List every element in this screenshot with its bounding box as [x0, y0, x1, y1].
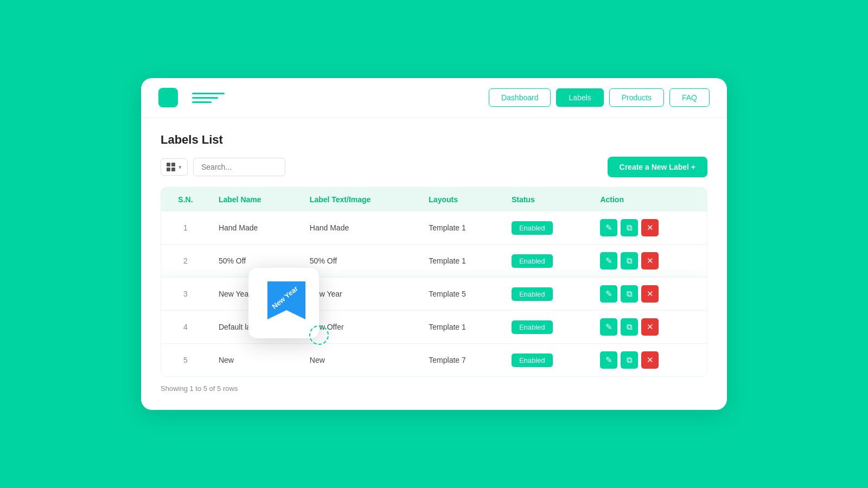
label-preview-card: New Year	[248, 268, 319, 338]
showing-text: Showing 1 to 5 of 5 rows	[161, 384, 707, 393]
cell-status: Enabled	[503, 344, 592, 377]
nav-labels[interactable]: Labels	[556, 88, 603, 107]
status-badge: Enabled	[512, 354, 553, 367]
chevron-down-icon: ▾	[178, 164, 182, 171]
cell-label-name: New	[210, 344, 301, 377]
cell-action: ✎ ⧉ ✕	[591, 245, 707, 278]
page-title: Labels List	[161, 133, 707, 147]
col-label-text: Label Text/Image	[301, 188, 420, 211]
copy-button[interactable]: ⧉	[621, 351, 638, 369]
action-buttons: ✎ ⧉ ✕	[600, 219, 698, 236]
table-row: 3 New Year New Year Template 5 Enabled ✎…	[161, 278, 707, 311]
table-row: 2 50% Off 50% Off Template 1 Enabled ✎ ⧉…	[161, 245, 707, 278]
edit-button[interactable]: ✎	[600, 252, 617, 269]
cell-label-name: Hand Made	[210, 211, 301, 245]
table-row: 1 Hand Made Hand Made Template 1 Enabled…	[161, 211, 707, 245]
action-buttons: ✎ ⧉ ✕	[600, 252, 698, 269]
create-label-button[interactable]: Create a New Label +	[608, 157, 707, 177]
col-sn: S.N.	[161, 188, 210, 211]
logo-box	[158, 88, 178, 107]
delete-button[interactable]: ✕	[641, 252, 659, 269]
cell-label-text: New	[301, 344, 420, 377]
copy-button[interactable]: ⧉	[621, 252, 638, 269]
cell-label-text: 50% Off	[301, 245, 420, 278]
cell-layout: Template 1	[420, 245, 503, 278]
cell-sn: 2	[161, 245, 210, 278]
logo-line-2	[192, 97, 218, 99]
edit-button[interactable]: ✎	[600, 318, 617, 336]
label-preview-svg: New Year	[259, 279, 308, 328]
cell-layout: Template 1	[420, 211, 503, 245]
cell-layout: Template 7	[420, 344, 503, 377]
col-status: Status	[503, 188, 592, 211]
toolbar: ▾ Create a New Label +	[161, 157, 707, 177]
action-buttons: ✎ ⧉ ✕	[600, 318, 698, 336]
table-row: 5 New New Template 7 Enabled ✎ ⧉ ✕	[161, 344, 707, 377]
main-card: Dashboard Labels Products FAQ Labels Lis…	[141, 78, 727, 410]
status-badge: Enabled	[512, 287, 553, 301]
delete-button[interactable]: ✕	[641, 318, 659, 336]
col-action: Action	[591, 188, 707, 211]
edit-button[interactable]: ✎	[600, 219, 617, 236]
edit-button[interactable]: ✎	[600, 285, 617, 303]
nav-products[interactable]: Products	[609, 88, 664, 107]
cell-sn: 4	[161, 311, 210, 344]
labels-table: S.N. Label Name Label Text/Image Layouts…	[161, 187, 707, 377]
header: Dashboard Labels Products FAQ	[141, 78, 727, 118]
cell-status: Enabled	[503, 211, 592, 245]
grid-icon	[167, 163, 175, 171]
cell-status: Enabled	[503, 245, 592, 278]
logo-line-3	[192, 101, 212, 103]
cell-sn: 5	[161, 344, 210, 377]
logo-line-1	[192, 93, 225, 94]
table-header-row: S.N. Label Name Label Text/Image Layouts…	[161, 188, 707, 211]
dashed-circle	[309, 325, 329, 345]
col-label-name: Label Name	[210, 188, 301, 211]
cell-sn: 3	[161, 278, 210, 311]
status-badge: Enabled	[512, 320, 553, 334]
copy-button[interactable]: ⧉	[621, 285, 638, 303]
action-buttons: ✎ ⧉ ✕	[600, 285, 698, 303]
cell-label-text: Hand Made	[301, 211, 420, 245]
copy-button[interactable]: ⧉	[621, 318, 638, 336]
content: Labels List ▾ Create a New Label + S.N. …	[141, 118, 727, 410]
delete-button[interactable]: ✕	[641, 351, 659, 369]
grid-dropdown[interactable]: ▾	[161, 158, 188, 176]
edit-button[interactable]: ✎	[600, 351, 617, 369]
cell-status: Enabled	[503, 311, 592, 344]
delete-button[interactable]: ✕	[641, 285, 659, 303]
nav-faq[interactable]: FAQ	[669, 88, 710, 107]
table: S.N. Label Name Label Text/Image Layouts…	[161, 188, 707, 376]
nav-dashboard[interactable]: Dashboard	[489, 88, 551, 107]
cell-layout: Template 5	[420, 278, 503, 311]
cell-layout: Template 1	[420, 311, 503, 344]
table-row: 4 Default label New Offer Template 1 Ena…	[161, 311, 707, 344]
search-input[interactable]	[193, 158, 285, 176]
delete-button[interactable]: ✕	[641, 219, 659, 236]
status-badge: Enabled	[512, 221, 553, 235]
cell-action: ✎ ⧉ ✕	[591, 211, 707, 245]
cell-action: ✎ ⧉ ✕	[591, 278, 707, 311]
nav: Dashboard Labels Products FAQ	[489, 88, 710, 107]
copy-button[interactable]: ⧉	[621, 219, 638, 236]
cell-action: ✎ ⧉ ✕	[591, 344, 707, 377]
cell-action: ✎ ⧉ ✕	[591, 311, 707, 344]
col-layouts: Layouts	[420, 188, 503, 211]
cell-sn: 1	[161, 211, 210, 245]
logo-lines	[192, 93, 225, 103]
action-buttons: ✎ ⧉ ✕	[600, 351, 698, 369]
status-badge: Enabled	[512, 254, 553, 268]
cell-status: Enabled	[503, 278, 592, 311]
